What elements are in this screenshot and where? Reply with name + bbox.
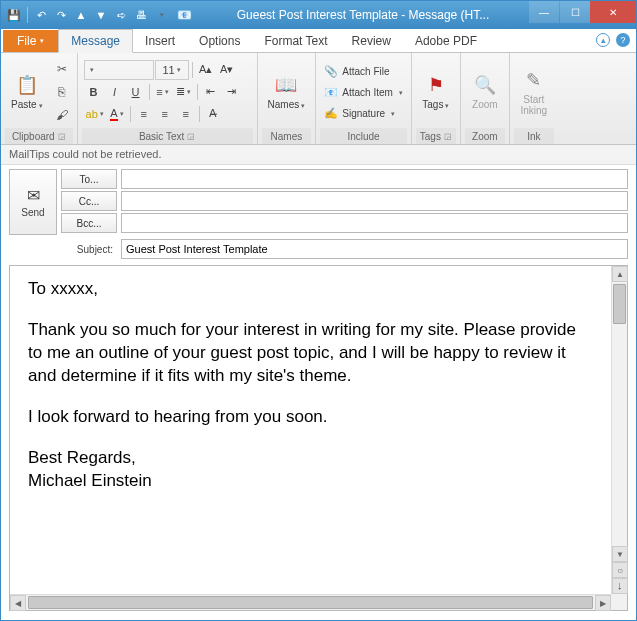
help-icon[interactable]: ? bbox=[616, 33, 630, 47]
cc-field[interactable] bbox=[121, 191, 628, 211]
underline-button[interactable]: U bbox=[126, 82, 146, 102]
app-icon: 📧 bbox=[176, 7, 192, 23]
cut-icon[interactable]: ✂ bbox=[51, 58, 73, 80]
message-body-container: To xxxxx, Thank you so much for your int… bbox=[9, 265, 628, 611]
scroll-thumb-vertical[interactable] bbox=[613, 284, 626, 324]
tab-file-label: File bbox=[17, 34, 36, 48]
highlight-icon[interactable]: ab bbox=[84, 104, 106, 124]
scroll-left-icon[interactable]: ◀ bbox=[10, 595, 26, 611]
attach-file-button[interactable]: 📎Attach File bbox=[320, 62, 407, 82]
compose-header: ✉ Send To... Cc... Bcc... bbox=[1, 165, 636, 237]
print-icon[interactable]: 🖶 bbox=[132, 6, 150, 24]
clear-formatting-icon[interactable]: A̶ bbox=[203, 104, 223, 124]
mailtips-bar: MailTips could not be retrieved. bbox=[1, 145, 636, 165]
scroll-down-icon[interactable]: ▼ bbox=[612, 546, 628, 562]
font-family-select[interactable] bbox=[84, 60, 154, 80]
group-tags-label: Tags bbox=[420, 131, 441, 142]
next-icon[interactable]: ▼ bbox=[92, 6, 110, 24]
ribbon: 📋 Paste ✂ ⎘ 🖌 Clipboard◲ 11 A▴ A▾ bbox=[1, 53, 636, 145]
tab-insert[interactable]: Insert bbox=[133, 30, 187, 52]
cc-button[interactable]: Cc... bbox=[61, 191, 117, 211]
bold-button[interactable]: B bbox=[84, 82, 104, 102]
previous-icon[interactable]: ▲ bbox=[72, 6, 90, 24]
shrink-font-icon[interactable]: A▾ bbox=[217, 60, 237, 80]
title-bar: 💾 ↶ ↷ ▲ ▼ ➪ 🖶 📧 Gueest Post Interest Tem… bbox=[1, 1, 636, 29]
attach-item-label: Attach Item bbox=[342, 87, 393, 98]
align-right-icon[interactable]: ≡ bbox=[176, 104, 196, 124]
tags-launcher-icon[interactable]: ◲ bbox=[444, 132, 452, 141]
browse-object-icon[interactable]: ○ bbox=[612, 562, 628, 578]
scroll-right-icon[interactable]: ▶ bbox=[595, 595, 611, 611]
horizontal-scrollbar[interactable]: ◀ ▶ bbox=[10, 594, 611, 610]
maximize-button[interactable]: ☐ bbox=[560, 1, 590, 23]
to-button[interactable]: To... bbox=[61, 169, 117, 189]
next-page-icon[interactable]: ⭣ bbox=[612, 578, 628, 594]
group-clipboard: 📋 Paste ✂ ⎘ 🖌 Clipboard◲ bbox=[1, 53, 78, 144]
decrease-indent-icon[interactable]: ⇤ bbox=[201, 82, 221, 102]
numbering-icon[interactable]: ≣ bbox=[174, 82, 194, 102]
tab-options[interactable]: Options bbox=[187, 30, 252, 52]
font-size-select[interactable]: 11 bbox=[155, 60, 189, 80]
body-paragraph-2: I look forward to hearing from you soon. bbox=[28, 406, 593, 429]
attach-item-button[interactable]: 📧Attach Item bbox=[320, 83, 407, 103]
subject-field[interactable] bbox=[121, 239, 628, 259]
tags-button[interactable]: ⚑ Tags bbox=[416, 71, 456, 112]
font-color-icon[interactable]: A bbox=[107, 104, 127, 124]
undo-icon[interactable]: ↶ bbox=[32, 6, 50, 24]
basic-text-launcher-icon[interactable]: ◲ bbox=[187, 132, 195, 141]
body-closing: Best Regards, bbox=[28, 447, 593, 470]
scroll-up-icon[interactable]: ▲ bbox=[612, 266, 628, 282]
send-label: Send bbox=[21, 207, 44, 218]
group-zoom: 🔍 Zoom Zoom bbox=[461, 53, 510, 144]
minimize-ribbon-icon[interactable]: ▴ bbox=[596, 33, 610, 47]
zoom-button: 🔍 Zoom bbox=[465, 71, 505, 112]
forward-icon[interactable]: ➪ bbox=[112, 6, 130, 24]
group-basic-text: 11 A▴ A▾ B I U ≡ ≣ ⇤ ⇥ ab bbox=[78, 53, 258, 144]
signature-label: Signature bbox=[342, 108, 385, 119]
paste-label: Paste bbox=[11, 99, 43, 110]
qat-customize-icon[interactable] bbox=[152, 6, 170, 24]
vertical-scrollbar[interactable]: ▲ ▼ ○ ⭣ bbox=[611, 266, 627, 594]
signature-button[interactable]: ✍Signature bbox=[320, 104, 407, 124]
group-clipboard-label: Clipboard bbox=[12, 131, 55, 142]
tab-message[interactable]: Message bbox=[58, 29, 133, 53]
window-title: Gueest Post Interest Template - Message … bbox=[198, 8, 528, 22]
to-field[interactable] bbox=[121, 169, 628, 189]
tab-adobe-pdf[interactable]: Adobe PDF bbox=[403, 30, 489, 52]
quick-access-toolbar: 💾 ↶ ↷ ▲ ▼ ➪ 🖶 bbox=[1, 6, 170, 24]
italic-button[interactable]: I bbox=[105, 82, 125, 102]
close-button[interactable]: ✕ bbox=[590, 1, 636, 23]
redo-icon[interactable]: ↷ bbox=[52, 6, 70, 24]
paste-button[interactable]: 📋 Paste bbox=[5, 71, 49, 112]
window-controls: — ☐ ✕ bbox=[528, 1, 636, 29]
minimize-button[interactable]: — bbox=[529, 1, 559, 23]
bcc-field[interactable] bbox=[121, 213, 628, 233]
group-ink: ✎ Start Inking Ink bbox=[510, 53, 558, 144]
format-painter-icon[interactable]: 🖌 bbox=[51, 104, 73, 126]
align-center-icon[interactable]: ≡ bbox=[155, 104, 175, 124]
group-names: 📖 Names Names bbox=[258, 53, 317, 144]
clipboard-launcher-icon[interactable]: ◲ bbox=[58, 132, 66, 141]
save-icon[interactable]: 💾 bbox=[5, 6, 23, 24]
paste-icon: 📋 bbox=[15, 73, 39, 97]
align-left-icon[interactable]: ≡ bbox=[134, 104, 154, 124]
names-button[interactable]: 📖 Names bbox=[262, 71, 312, 112]
ribbon-help-area: ▴ ? bbox=[596, 33, 630, 47]
subject-label: Subject: bbox=[9, 244, 117, 255]
group-tags: ⚑ Tags Tags◲ bbox=[412, 53, 461, 144]
bcc-button[interactable]: Bcc... bbox=[61, 213, 117, 233]
scrollbar-corner bbox=[611, 594, 627, 610]
bullets-icon[interactable]: ≡ bbox=[153, 82, 173, 102]
increase-indent-icon[interactable]: ⇥ bbox=[222, 82, 242, 102]
copy-icon[interactable]: ⎘ bbox=[51, 81, 73, 103]
tab-review[interactable]: Review bbox=[340, 30, 403, 52]
send-button[interactable]: ✉ Send bbox=[9, 169, 57, 235]
scroll-thumb-horizontal[interactable] bbox=[28, 596, 593, 609]
message-body[interactable]: To xxxxx, Thank you so much for your int… bbox=[10, 266, 611, 594]
zoom-label: Zoom bbox=[472, 99, 498, 110]
group-zoom-label: Zoom bbox=[465, 128, 505, 144]
tab-file[interactable]: File▾ bbox=[3, 30, 58, 52]
tab-format-text[interactable]: Format Text bbox=[252, 30, 339, 52]
grow-font-icon[interactable]: A▴ bbox=[196, 60, 216, 80]
zoom-icon: 🔍 bbox=[473, 73, 497, 97]
